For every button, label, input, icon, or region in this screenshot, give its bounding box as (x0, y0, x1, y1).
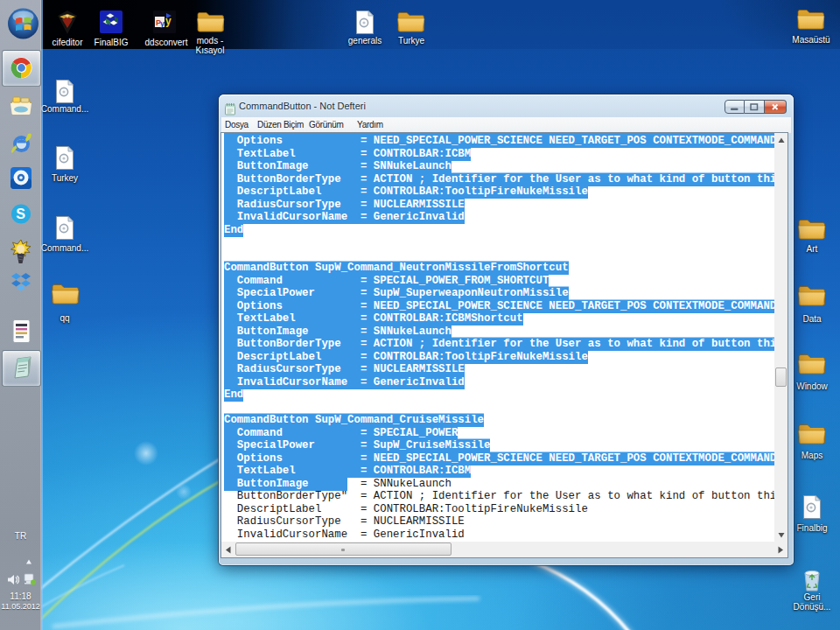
svg-text:y: y (160, 19, 164, 28)
svg-text:S: S (16, 206, 25, 221)
